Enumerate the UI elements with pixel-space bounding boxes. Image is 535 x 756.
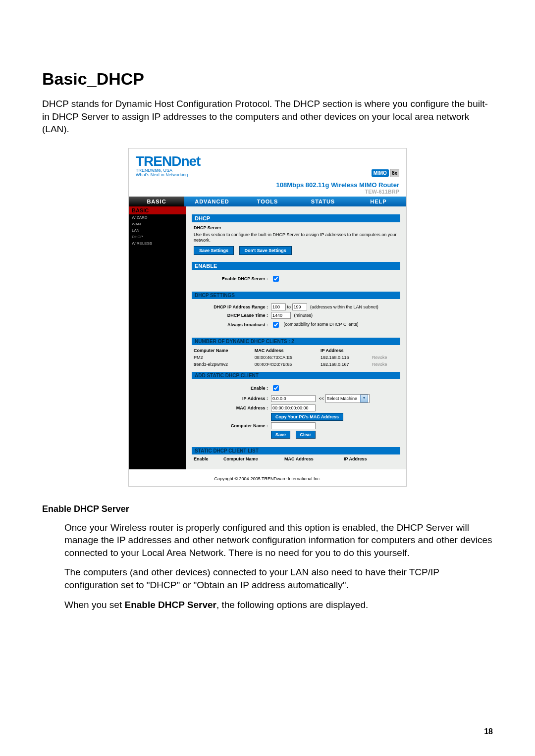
range-hint: (addresses within the LAN subnet) [310, 304, 378, 309]
th-mac-address: MAC Address [284, 456, 344, 461]
broadcast-hint: (compatibility for some DHCP Clients) [284, 322, 359, 327]
cell-name: trend3-el2pwmv2 [192, 361, 253, 368]
range-label: DHCP IP Address Range : [194, 304, 271, 309]
product-model: TEW-611BRP [136, 189, 399, 195]
logo-tagline: What's Next in Networking [136, 173, 200, 177]
add-enable-checkbox[interactable] [273, 385, 279, 391]
enable-dhcp-checkbox[interactable] [273, 276, 279, 282]
add-static-client-title: ADD STATIC DHCP CLIENT [192, 372, 400, 379]
intro-paragraph: DHCP stands for Dynamic Host Configurati… [42, 98, 493, 136]
th-computer-name: Computer Name [192, 347, 253, 354]
sidebar: BASIC WIZARD WAN LAN DHCP WIRELESS [129, 206, 186, 469]
page-heading: Basic_DHCP [42, 69, 493, 89]
cell-ip: 192.168.0.116 [319, 354, 370, 361]
content-area: DHCP DHCP Server Use this section to con… [186, 206, 406, 469]
router-body: BASIC WIZARD WAN LAN DHCP WIRELESS DHCP … [129, 206, 406, 469]
cell-ip: 192.168.0.167 [319, 361, 370, 368]
add-mac-label: MAC Address : [194, 405, 271, 410]
tab-basic[interactable]: BASIC [129, 197, 184, 206]
cell-mac: 00:40:F4:D3:7B:65 [253, 361, 319, 368]
page-number: 18 [484, 727, 493, 736]
dont-save-settings-button[interactable]: Don't Save Settings [239, 246, 292, 255]
sidebar-item-wizard[interactable]: WIZARD [129, 214, 186, 221]
logo-brand: TRENDnet [136, 154, 200, 168]
static-list-header: Enable Computer Name MAC Address IP Addr… [192, 454, 400, 463]
dhcp-server-desc: Use this section to configure the built-… [194, 232, 398, 243]
save-settings-button[interactable]: Save Settings [194, 246, 234, 255]
save-button[interactable]: Save [271, 431, 290, 439]
dhcp-title: DHCP [192, 214, 400, 222]
copy-mac-button[interactable]: Copy Your PC's MAC Address [271, 413, 343, 421]
cell-mac: 08:00:46:73:CA:E5 [253, 354, 319, 361]
table-row: trend3-el2pwmv2 00:40:F4:D3:7B:65 192.16… [192, 361, 400, 368]
broadcast-checkbox[interactable] [273, 322, 279, 328]
sidebar-item-lan[interactable]: LAN [129, 227, 186, 234]
add-mac-input[interactable] [271, 404, 316, 411]
add-name-label: Computer Name : [194, 423, 271, 428]
main-tabs: BASIC ADVANCED TOOLS STATUS HELP [129, 197, 406, 206]
lease-hint: (minutes) [294, 313, 313, 318]
tab-advanced[interactable]: ADVANCED [184, 197, 240, 206]
range-to-label: to [287, 304, 291, 309]
copyright-text: Copyright © 2004-2005 TRENDware Internat… [129, 469, 406, 486]
router-header: TRENDnet TRENDware, USA What's Next in N… [129, 149, 406, 180]
add-enable-label: Enable : [194, 386, 271, 391]
revoke-link[interactable]: Revoke [370, 354, 400, 361]
add-ip-input[interactable] [271, 395, 316, 402]
chevron-down-icon: ▾ [360, 395, 368, 403]
range-to-input[interactable] [292, 303, 307, 310]
body-paragraph-2: The computers (and other devices) connec… [64, 566, 493, 591]
broadcast-label: Always broadcast : [194, 322, 271, 327]
dhcp-settings-title: DHCP SETTINGS [192, 292, 400, 299]
add-name-input[interactable] [271, 422, 316, 429]
router-screenshot: TRENDnet TRENDware, USA What's Next in N… [128, 148, 407, 487]
dynamic-clients-table: Computer Name MAC Address IP Address PM2… [192, 347, 400, 368]
dynamic-clients-title: NUMBER OF DYNAMIC DHCP CLIENTS : 2 [192, 338, 400, 345]
sidebar-item-wan[interactable]: WAN [129, 221, 186, 227]
cell-name: PM2 [192, 354, 253, 361]
select-prefix: << [319, 396, 324, 401]
select-machine-dropdown[interactable]: Select Machine ▾ [325, 394, 370, 403]
product-title: 108Mbps 802.11g Wireless MIMO Router [136, 181, 399, 189]
mimo-badge-block: MIMO8x [372, 169, 399, 177]
tab-help[interactable]: HELP [351, 197, 406, 206]
tab-tools[interactable]: TOOLS [240, 197, 295, 206]
dhcp-server-label: DHCP Server [194, 225, 398, 230]
range-from-input[interactable] [271, 303, 286, 310]
revoke-link[interactable]: Revoke [370, 361, 400, 368]
enable-dhcp-label: Enable DHCP Server : [194, 276, 271, 281]
body-paragraph-3: When you set Enable DHCP Server, the fol… [64, 599, 493, 611]
mimo-badge: MIMO [372, 169, 389, 177]
add-ip-label: IP Address : [194, 396, 271, 401]
logo-block: TRENDnet TRENDware, USA What's Next in N… [136, 154, 200, 177]
section-heading: Enable DHCP Server [42, 504, 493, 514]
th-ip-address: IP Address [319, 347, 370, 354]
lease-input[interactable] [271, 312, 291, 319]
th-enable: Enable [194, 456, 223, 461]
mimo-8x-badge: 8x [390, 169, 399, 177]
product-title-row: 108Mbps 802.11g Wireless MIMO Router TEW… [129, 180, 406, 197]
lease-label: DHCP Lease Time : [194, 313, 271, 318]
static-list-title: STATIC DHCP CLIENT LIST [192, 447, 400, 454]
clear-button[interactable]: Clear [296, 431, 316, 439]
sidebar-heading: BASIC [129, 206, 186, 214]
enable-section-title: ENABLE [192, 262, 400, 270]
tab-status[interactable]: STATUS [295, 197, 351, 206]
th-computer-name: Computer Name [223, 456, 284, 461]
th-ip-address: IP Address [344, 456, 398, 461]
select-machine-value: Select Machine [327, 396, 358, 401]
body-paragraph-1: Once your Wireless router is properly co… [64, 521, 493, 559]
sidebar-item-dhcp[interactable]: DHCP [129, 234, 186, 240]
table-row: PM2 08:00:46:73:CA:E5 192.168.0.116 Revo… [192, 354, 400, 361]
sidebar-item-wireless[interactable]: WIRELESS [129, 240, 186, 247]
th-mac-address: MAC Address [253, 347, 319, 354]
